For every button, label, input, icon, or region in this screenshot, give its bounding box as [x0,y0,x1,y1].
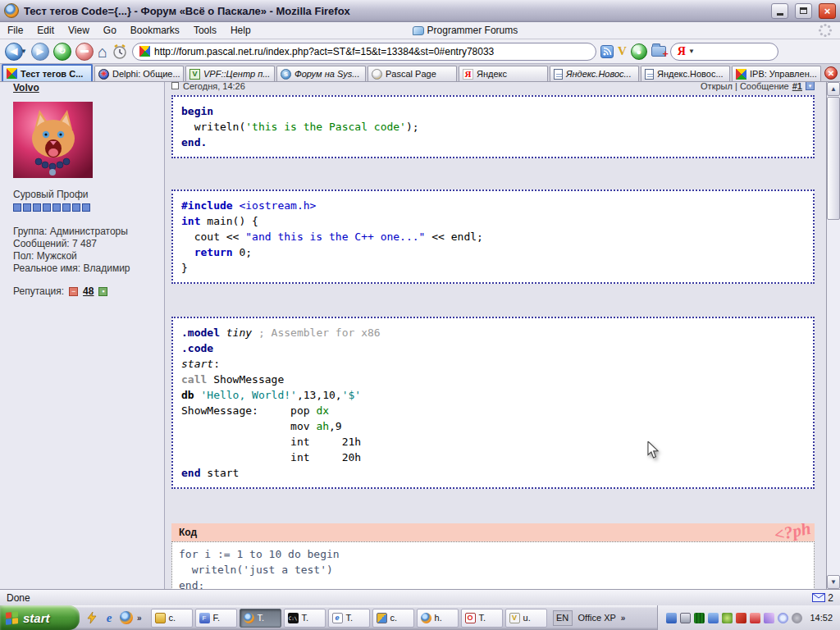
menu-help[interactable]: Help [231,25,251,36]
post-options-icon[interactable]: ▾ [806,82,815,90]
reputation-label: Репутация: [13,285,64,297]
tray-grid-icon[interactable] [694,613,705,623]
user-realname: Реальное имя: Владимир [13,262,164,275]
taskbtn-opera[interactable]: OT. [461,609,503,628]
status-text: Done [7,592,30,604]
user-avatar [13,102,93,178]
office-overflow-chevron[interactable]: » [621,614,626,623]
language-indicator[interactable]: EN [553,610,573,626]
tab-yandex[interactable]: Я Яндекс [459,66,548,81]
mail-icon[interactable] [812,593,825,602]
tab-pascal-page[interactable]: Pascal Page [368,66,457,81]
tab-test-tegov[interactable]: Тест тегов C... [2,64,93,81]
document-icon [645,69,654,80]
taskbtn-v[interactable]: Vu. [505,609,547,628]
go-button[interactable]: ● [631,43,647,60]
tray-monitors-icon[interactable] [708,613,719,623]
tray-network-icon[interactable] [666,613,677,623]
tab-ipb-admin[interactable]: IPB: Управлен... [732,66,821,81]
tray-display-icon[interactable] [680,613,691,623]
menu-edit[interactable]: Edit [37,25,54,36]
post-body: Сегодня, 14:26 Открыл | Сообщение #1 ▾ b… [164,82,826,589]
search-engine-caret-icon[interactable]: ▼ [688,48,695,55]
taskbtn-ie-doc[interactable]: eT. [328,609,370,628]
menu-bar: File Edit View Go Bookmarks Tools Help P… [0,22,840,39]
tray-clock: 14:52 [810,613,833,623]
taskbar: start e » c. FF. T. C:\T. eT. c. h. OT. … [0,605,840,630]
pinwheel-icon [7,68,17,79]
forward-button[interactable]: ▶ [31,43,49,61]
post-header-row: Сегодня, 14:26 Открыл | Сообщение #1 ▾ [171,82,815,91]
tray-nvidia-icon[interactable] [722,613,733,623]
bookmark-v-icon[interactable]: V [618,44,627,58]
home-button[interactable]: ⌂ [98,43,107,60]
taskbtn-f[interactable]: FF. [195,609,237,628]
post-date: Сегодня, 14:26 [183,82,245,91]
winamp-icon[interactable] [85,611,98,624]
menu-go[interactable]: Go [103,25,116,36]
quick-launch: e » [80,611,148,624]
firefox-quicklaunch-icon[interactable] [120,611,133,624]
tab-delphi[interactable]: ✳ Delphi: Общие... [94,66,184,81]
quick-launch-overflow-chevron[interactable]: » [137,614,142,623]
add-bookmark-folder-icon[interactable] [651,46,666,57]
vertical-scrollbar[interactable]: ▲ ▼ [826,82,840,589]
rss-feed-icon[interactable] [600,45,614,58]
tray-ati-icon[interactable] [736,613,746,623]
tray-wand-icon[interactable] [764,613,774,623]
url-bar[interactable]: http://forum.pascal.net.ru/index.php?act… [132,43,596,61]
scroll-down-button[interactable]: ▼ [827,575,840,589]
tab-forum-sys[interactable]: s Форум на Sys... [276,66,366,81]
user-gender: Пол: Мужской [13,250,164,262]
user-posts: Сообщений: 7 487 [13,238,164,250]
reputation-value[interactable]: 48 [83,285,94,297]
username-link[interactable]: Volvo [13,82,39,94]
internet-explorer-icon[interactable]: e [103,611,116,624]
reload-button[interactable]: ↻ [53,43,71,61]
vpf-icon: V [189,69,200,80]
tab-yandex-news-2[interactable]: Яндекс.Новос... [641,66,730,81]
yandex-logo-icon: Я [678,45,686,58]
taskbtn-firefox-active[interactable]: T. [240,609,281,628]
scroll-up-button[interactable]: ▲ [827,82,840,96]
close-tab-button[interactable]: ✕ [824,66,838,80]
taskbtn-folder[interactable]: c. [151,609,193,628]
taskbtn-cmd[interactable]: C:\T. [284,609,326,628]
tab-bar: Тест тегов C... ✳ Delphi: Общие... V VPF… [0,64,840,82]
maximize-button[interactable] [795,3,812,19]
post-checkbox[interactable] [171,82,179,89]
menu-bookmarks[interactable]: Bookmarks [130,25,180,36]
back-button[interactable]: ◀▼ [5,43,27,61]
menu-view[interactable]: View [68,25,89,36]
tray-anydvd-icon[interactable] [778,613,788,623]
tray-lightning-icon[interactable] [750,613,760,623]
tray-mute-icon[interactable] [792,613,802,623]
search-input[interactable]: Я ▼ [670,43,778,61]
page-content: Volvo [0,82,840,589]
close-button[interactable]: × [819,3,836,19]
window-title: Тест тегов Code={...} - Форум «Всё о Пас… [24,5,765,17]
taskbtn-firefox-2[interactable]: h. [417,609,459,628]
scrollbar-thumb[interactable] [827,97,840,220]
start-button[interactable]: start [0,605,80,630]
code-quote-block: for i := 1 to 10 do begin writeln('just … [171,541,815,589]
alarm-clock-icon[interactable] [112,43,128,60]
minimize-button[interactable] [771,3,788,19]
tab-yandex-news-1[interactable]: Яндекс.Новос... [550,66,639,81]
reputation-minus-button[interactable]: − [69,287,78,296]
yandex-ya-icon: Я [463,69,473,80]
post-number-link[interactable]: #1 [792,82,802,91]
menu-file[interactable]: File [7,25,23,36]
menu-tools[interactable]: Tools [194,25,217,36]
site-favicon [139,46,150,57]
bookmark-programmer-forums[interactable]: Programmer Forums [413,25,518,36]
office-toolbar[interactable]: Office XP » [573,613,632,623]
forum-bubble-icon [413,26,424,35]
tab-vpf[interactable]: V VPF::Центр п... [185,66,275,81]
task-buttons: c. FF. T. C:\T. eT. c. h. OT. Vu. [148,609,547,628]
stop-button[interactable] [75,43,94,61]
taskbtn-layers[interactable]: c. [372,609,414,628]
reputation-plus-button[interactable]: ▪ [98,287,107,296]
cpp-code-block: #include <iostream.h>int main() { cout <… [171,189,815,284]
system-tray: 14:52 [657,605,840,630]
